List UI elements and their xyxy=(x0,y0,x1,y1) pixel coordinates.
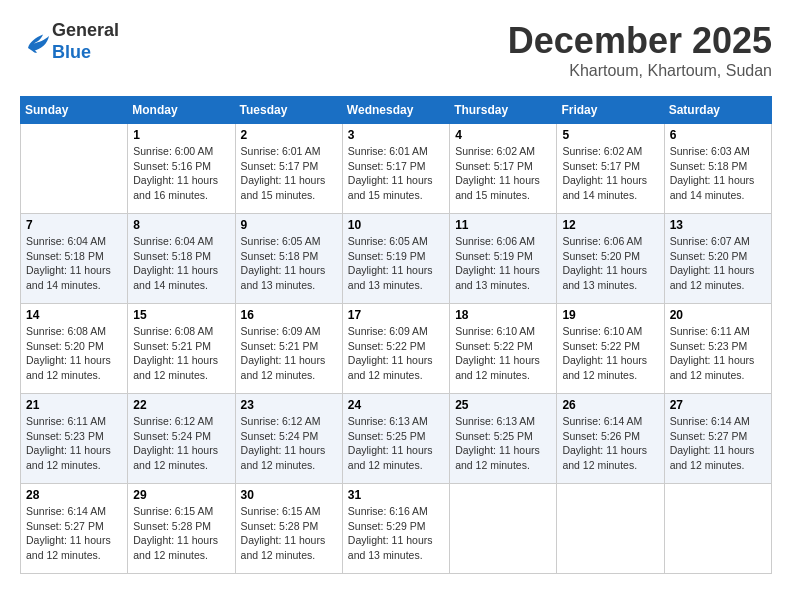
day-info: Sunrise: 6:15 AMSunset: 5:28 PMDaylight:… xyxy=(133,504,229,563)
day-number: 13 xyxy=(670,218,766,232)
calendar-cell: 8Sunrise: 6:04 AMSunset: 5:18 PMDaylight… xyxy=(128,214,235,304)
logo: General Blue xyxy=(20,20,119,63)
day-info: Sunrise: 6:01 AMSunset: 5:17 PMDaylight:… xyxy=(241,144,337,203)
calendar-week-row: 28Sunrise: 6:14 AMSunset: 5:27 PMDayligh… xyxy=(21,484,772,574)
day-info: Sunrise: 6:11 AMSunset: 5:23 PMDaylight:… xyxy=(26,414,122,473)
calendar-cell: 17Sunrise: 6:09 AMSunset: 5:22 PMDayligh… xyxy=(342,304,449,394)
logo-bird-icon xyxy=(22,27,52,57)
calendar-cell: 20Sunrise: 6:11 AMSunset: 5:23 PMDayligh… xyxy=(664,304,771,394)
day-number: 29 xyxy=(133,488,229,502)
calendar-cell: 1Sunrise: 6:00 AMSunset: 5:16 PMDaylight… xyxy=(128,124,235,214)
day-info: Sunrise: 6:09 AMSunset: 5:22 PMDaylight:… xyxy=(348,324,444,383)
calendar-cell: 19Sunrise: 6:10 AMSunset: 5:22 PMDayligh… xyxy=(557,304,664,394)
day-number: 18 xyxy=(455,308,551,322)
day-number: 7 xyxy=(26,218,122,232)
title-block: December 2025 Khartoum, Khartoum, Sudan xyxy=(508,20,772,80)
calendar-cell: 4Sunrise: 6:02 AMSunset: 5:17 PMDaylight… xyxy=(450,124,557,214)
day-info: Sunrise: 6:13 AMSunset: 5:25 PMDaylight:… xyxy=(348,414,444,473)
day-info: Sunrise: 6:06 AMSunset: 5:19 PMDaylight:… xyxy=(455,234,551,293)
day-info: Sunrise: 6:00 AMSunset: 5:16 PMDaylight:… xyxy=(133,144,229,203)
day-info: Sunrise: 6:04 AMSunset: 5:18 PMDaylight:… xyxy=(26,234,122,293)
calendar-cell: 13Sunrise: 6:07 AMSunset: 5:20 PMDayligh… xyxy=(664,214,771,304)
calendar-cell: 10Sunrise: 6:05 AMSunset: 5:19 PMDayligh… xyxy=(342,214,449,304)
day-info: Sunrise: 6:10 AMSunset: 5:22 PMDaylight:… xyxy=(562,324,658,383)
day-number: 23 xyxy=(241,398,337,412)
day-number: 14 xyxy=(26,308,122,322)
calendar-cell: 27Sunrise: 6:14 AMSunset: 5:27 PMDayligh… xyxy=(664,394,771,484)
day-number: 4 xyxy=(455,128,551,142)
weekday-header-friday: Friday xyxy=(557,97,664,124)
calendar-cell: 22Sunrise: 6:12 AMSunset: 5:24 PMDayligh… xyxy=(128,394,235,484)
day-number: 8 xyxy=(133,218,229,232)
day-info: Sunrise: 6:16 AMSunset: 5:29 PMDaylight:… xyxy=(348,504,444,563)
calendar-cell: 2Sunrise: 6:01 AMSunset: 5:17 PMDaylight… xyxy=(235,124,342,214)
weekday-header-saturday: Saturday xyxy=(664,97,771,124)
day-number: 20 xyxy=(670,308,766,322)
day-number: 24 xyxy=(348,398,444,412)
calendar-cell: 12Sunrise: 6:06 AMSunset: 5:20 PMDayligh… xyxy=(557,214,664,304)
calendar-cell: 9Sunrise: 6:05 AMSunset: 5:18 PMDaylight… xyxy=(235,214,342,304)
day-info: Sunrise: 6:08 AMSunset: 5:21 PMDaylight:… xyxy=(133,324,229,383)
day-info: Sunrise: 6:12 AMSunset: 5:24 PMDaylight:… xyxy=(133,414,229,473)
day-info: Sunrise: 6:14 AMSunset: 5:27 PMDaylight:… xyxy=(26,504,122,563)
calendar-week-row: 1Sunrise: 6:00 AMSunset: 5:16 PMDaylight… xyxy=(21,124,772,214)
day-number: 1 xyxy=(133,128,229,142)
day-number: 9 xyxy=(241,218,337,232)
day-info: Sunrise: 6:09 AMSunset: 5:21 PMDaylight:… xyxy=(241,324,337,383)
calendar-week-row: 7Sunrise: 6:04 AMSunset: 5:18 PMDaylight… xyxy=(21,214,772,304)
day-info: Sunrise: 6:02 AMSunset: 5:17 PMDaylight:… xyxy=(455,144,551,203)
day-number: 16 xyxy=(241,308,337,322)
day-number: 5 xyxy=(562,128,658,142)
day-number: 10 xyxy=(348,218,444,232)
day-info: Sunrise: 6:02 AMSunset: 5:17 PMDaylight:… xyxy=(562,144,658,203)
day-number: 30 xyxy=(241,488,337,502)
page-header: General Blue December 2025 Khartoum, Kha… xyxy=(20,20,772,80)
day-info: Sunrise: 6:14 AMSunset: 5:27 PMDaylight:… xyxy=(670,414,766,473)
day-number: 25 xyxy=(455,398,551,412)
day-info: Sunrise: 6:01 AMSunset: 5:17 PMDaylight:… xyxy=(348,144,444,203)
day-info: Sunrise: 6:13 AMSunset: 5:25 PMDaylight:… xyxy=(455,414,551,473)
calendar-cell: 11Sunrise: 6:06 AMSunset: 5:19 PMDayligh… xyxy=(450,214,557,304)
calendar-cell: 25Sunrise: 6:13 AMSunset: 5:25 PMDayligh… xyxy=(450,394,557,484)
calendar-cell: 15Sunrise: 6:08 AMSunset: 5:21 PMDayligh… xyxy=(128,304,235,394)
day-number: 19 xyxy=(562,308,658,322)
day-number: 31 xyxy=(348,488,444,502)
calendar-cell: 5Sunrise: 6:02 AMSunset: 5:17 PMDaylight… xyxy=(557,124,664,214)
day-info: Sunrise: 6:14 AMSunset: 5:26 PMDaylight:… xyxy=(562,414,658,473)
day-info: Sunrise: 6:11 AMSunset: 5:23 PMDaylight:… xyxy=(670,324,766,383)
calendar-cell: 24Sunrise: 6:13 AMSunset: 5:25 PMDayligh… xyxy=(342,394,449,484)
day-info: Sunrise: 6:10 AMSunset: 5:22 PMDaylight:… xyxy=(455,324,551,383)
day-number: 22 xyxy=(133,398,229,412)
day-info: Sunrise: 6:12 AMSunset: 5:24 PMDaylight:… xyxy=(241,414,337,473)
day-info: Sunrise: 6:05 AMSunset: 5:18 PMDaylight:… xyxy=(241,234,337,293)
weekday-header-sunday: Sunday xyxy=(21,97,128,124)
weekday-header-tuesday: Tuesday xyxy=(235,97,342,124)
calendar-cell: 3Sunrise: 6:01 AMSunset: 5:17 PMDaylight… xyxy=(342,124,449,214)
day-number: 28 xyxy=(26,488,122,502)
logo-general-text: General xyxy=(52,20,119,42)
calendar-cell: 28Sunrise: 6:14 AMSunset: 5:27 PMDayligh… xyxy=(21,484,128,574)
calendar-cell xyxy=(21,124,128,214)
day-info: Sunrise: 6:08 AMSunset: 5:20 PMDaylight:… xyxy=(26,324,122,383)
day-number: 2 xyxy=(241,128,337,142)
calendar-cell: 31Sunrise: 6:16 AMSunset: 5:29 PMDayligh… xyxy=(342,484,449,574)
day-number: 26 xyxy=(562,398,658,412)
calendar-cell: 21Sunrise: 6:11 AMSunset: 5:23 PMDayligh… xyxy=(21,394,128,484)
day-info: Sunrise: 6:05 AMSunset: 5:19 PMDaylight:… xyxy=(348,234,444,293)
calendar-cell xyxy=(450,484,557,574)
day-number: 11 xyxy=(455,218,551,232)
day-number: 15 xyxy=(133,308,229,322)
day-info: Sunrise: 6:04 AMSunset: 5:18 PMDaylight:… xyxy=(133,234,229,293)
location-subtitle: Khartoum, Khartoum, Sudan xyxy=(508,62,772,80)
calendar-cell: 26Sunrise: 6:14 AMSunset: 5:26 PMDayligh… xyxy=(557,394,664,484)
calendar-week-row: 14Sunrise: 6:08 AMSunset: 5:20 PMDayligh… xyxy=(21,304,772,394)
day-number: 21 xyxy=(26,398,122,412)
month-title: December 2025 xyxy=(508,20,772,62)
calendar-cell: 6Sunrise: 6:03 AMSunset: 5:18 PMDaylight… xyxy=(664,124,771,214)
day-number: 17 xyxy=(348,308,444,322)
calendar-table: SundayMondayTuesdayWednesdayThursdayFrid… xyxy=(20,96,772,574)
day-info: Sunrise: 6:03 AMSunset: 5:18 PMDaylight:… xyxy=(670,144,766,203)
calendar-cell: 7Sunrise: 6:04 AMSunset: 5:18 PMDaylight… xyxy=(21,214,128,304)
day-info: Sunrise: 6:15 AMSunset: 5:28 PMDaylight:… xyxy=(241,504,337,563)
calendar-week-row: 21Sunrise: 6:11 AMSunset: 5:23 PMDayligh… xyxy=(21,394,772,484)
